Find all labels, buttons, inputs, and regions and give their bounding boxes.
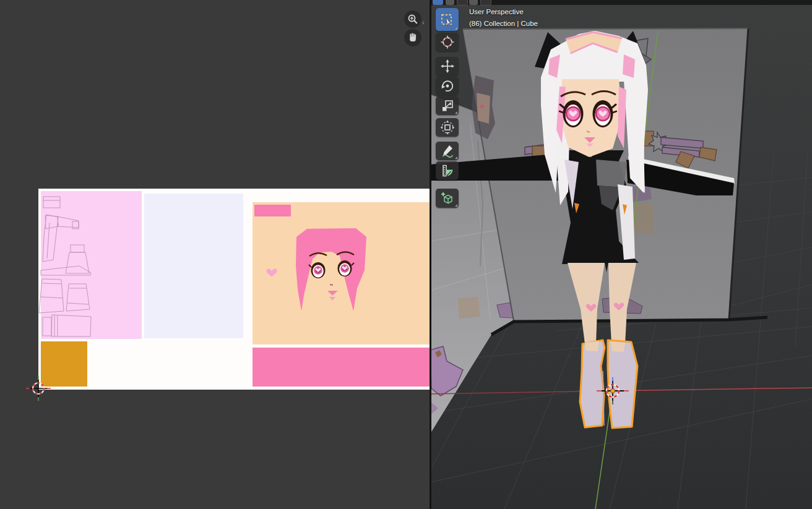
transform-icon: [440, 120, 455, 135]
scene-3d: [431, 0, 812, 509]
select-box-icon: [439, 12, 456, 28]
viewport-3d[interactable]: User Perspective (86) Collection | Cube: [431, 0, 812, 509]
tool-scale[interactable]: [436, 96, 459, 115]
texture-image[interactable]: [38, 189, 431, 390]
uv-island-block: [41, 191, 142, 339]
face-texture-block: [253, 202, 431, 344]
gizmo-collapse-arrow[interactable]: ‹: [422, 19, 425, 26]
cursor-3d-icon: [440, 35, 455, 49]
selected-boots[interactable]: [580, 340, 637, 428]
mode-button[interactable]: [457, 0, 468, 6]
orange-block: [41, 341, 87, 387]
uv-image-editor[interactable]: ‹: [0, 0, 430, 509]
lavender-block: [144, 194, 243, 338]
tool-add-cube[interactable]: [436, 189, 459, 208]
submenu-corner: [455, 111, 457, 114]
tool-move[interactable]: [436, 57, 459, 75]
mode-button[interactable]: [480, 0, 491, 6]
add-cube-icon: [440, 191, 455, 206]
rotate-icon: [440, 79, 455, 93]
scale-icon: [440, 98, 455, 113]
pencil-icon: [440, 143, 455, 158]
ruler-protractor-icon: [440, 163, 455, 178]
pan-button[interactable]: [404, 29, 421, 46]
submenu-corner: [455, 27, 457, 30]
mode-button[interactable]: [446, 0, 454, 5]
pink-bottom-strip: [253, 348, 431, 387]
mode-button-active[interactable]: [433, 0, 443, 5]
tool-cursor[interactable]: [436, 33, 459, 51]
object-origin-dot: [611, 389, 615, 393]
move-arrows-icon: [440, 59, 455, 74]
tool-select-box[interactable]: [436, 8, 459, 31]
tool-measure[interactable]: [436, 161, 459, 180]
viewport-header-strip: [431, 0, 812, 5]
blender-window: ‹: [0, 0, 812, 509]
submenu-corner: [455, 204, 457, 207]
tool-transform[interactable]: [436, 118, 459, 137]
x-axis-line: [613, 388, 812, 391]
tool-annotate[interactable]: [436, 142, 459, 160]
zoom-in-button[interactable]: [404, 11, 421, 28]
hand-icon: [407, 32, 418, 43]
tool-rotate[interactable]: [436, 77, 459, 95]
magnifier-plus-icon: [407, 14, 418, 25]
pink-swatch: [254, 205, 291, 216]
submenu-corner: [455, 156, 457, 159]
mode-button[interactable]: [469, 0, 478, 5]
